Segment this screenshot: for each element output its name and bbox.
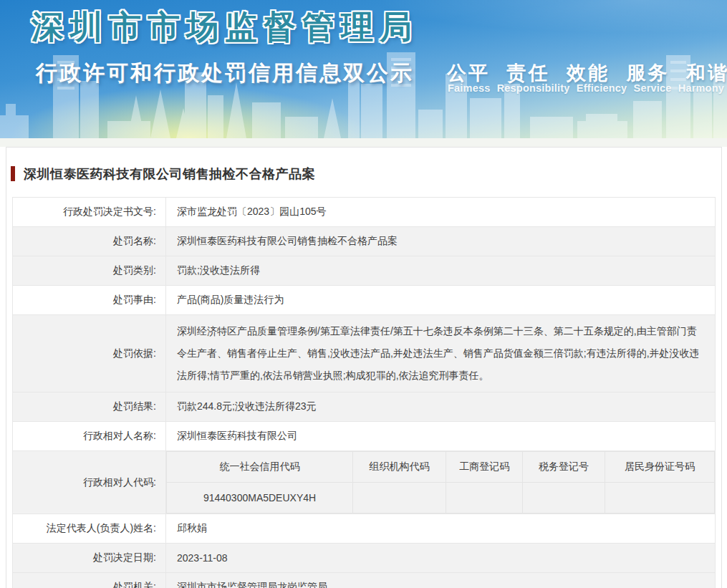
page-title: 深圳恒泰医药科技有限公司销售抽检不合格产品案 [24,165,315,183]
code-column-header: 税务登记号 [523,452,605,483]
field-value: 深圳市市场监督管理局龙岗监管局 [166,573,716,588]
site-subtitle: 行政许可和行政处罚信用信息双公示 [36,59,414,88]
row-penalty-basis: 处罚依据: 深圳经济特区产品质量管理条例/第五章法律责任/第五十七条违反本条例第… [13,315,716,392]
field-label: 处罚结果: [13,392,166,422]
field-value: 邱秋娟 [166,514,716,544]
case-header: 深圳恒泰医药科技有限公司销售抽检不合格产品案 [6,148,721,197]
field-label: 处罚机关: [13,573,166,588]
code-value [605,483,714,514]
code-column-header: 居民身份证号码 [605,452,714,483]
row-penalty-category: 处罚类别: 罚款;没收违法所得 [13,256,716,286]
row-penalty-result: 处罚结果: 罚款244.8元;没收违法所得23元 [13,392,716,422]
field-value: 深圳恒泰医药科技有限公司销售抽检不合格产品案 [166,227,716,256]
field-label: 行政相对人代码: [13,451,166,514]
site-banner: 深圳市市场监督管理局 行政许可和行政处罚信用信息双公示 公平 责任 效能 服务 … [0,0,727,138]
code-column-header: 统一社会信用代码 [167,452,353,483]
row-legal-representative: 法定代表人(负责人)姓名: 邱秋娟 [13,514,716,544]
field-label: 行政相对人名称: [13,422,166,451]
banner-bottom-strip [0,138,727,147]
field-label: 处罚决定日期: [13,544,166,573]
codes-value-row: 91440300MA5DEUXY4H [167,483,715,514]
code-value [523,483,605,514]
code-column-header: 组织机构代码 [353,452,446,483]
field-label: 处罚事由: [13,286,166,315]
party-codes-cell: 统一社会信用代码 组织机构代码 工商登记码 税务登记号 居民身份证号码 9144… [166,451,716,514]
codes-header-row: 统一社会信用代码 组织机构代码 工商登记码 税务登记号 居民身份证号码 [167,452,715,483]
row-decision-number: 行政处罚决定书文号: 深市监龙处罚〔2023〕园山105号 [13,198,716,227]
title-accent-bar [11,166,15,181]
row-penalty-reason: 处罚事由: 产品(商品)质量违法行为 [13,286,716,315]
content-card: 深圳恒泰医药科技有限公司销售抽检不合格产品案 行政处罚决定书文号: 深市监龙处罚… [6,147,722,588]
field-value: 罚款244.8元;没收违法所得23元 [166,392,716,422]
field-value: 2023-11-08 [166,544,716,573]
row-penalty-authority: 处罚机关: 深圳市市场监督管理局龙岗监管局 [13,573,716,588]
code-value [353,483,446,514]
field-label: 处罚依据: [13,315,166,392]
field-value: 罚款;没收违法所得 [166,256,716,286]
code-value [446,483,523,514]
row-party-codes: 行政相对人代码: 统一社会信用代码 组织机构代码 工商登记码 税务登记号 居民身… [13,451,716,514]
field-label: 处罚名称: [13,227,166,256]
code-value: 91440300MA5DEUXY4H [167,483,353,514]
field-value: 深市监龙处罚〔2023〕园山105号 [166,198,716,227]
field-label: 处罚类别: [13,256,166,286]
row-party-name: 行政相对人名称: 深圳恒泰医药科技有限公司 [13,422,716,451]
slogan-english: Faimess Responsibility Efficiency Servic… [448,82,724,94]
penalty-info-table: 行政处罚决定书文号: 深市监龙处罚〔2023〕园山105号 处罚名称: 深圳恒泰… [12,197,716,588]
code-column-header: 工商登记码 [446,452,523,483]
field-value: 深圳经济特区产品质量管理条例/第五章法律责任/第五十七条违反本条例第二十三条、第… [166,315,716,392]
party-codes-table: 统一社会信用代码 组织机构代码 工商登记码 税务登记号 居民身份证号码 9144… [166,451,715,514]
field-label: 行政处罚决定书文号: [13,198,166,227]
field-value: 深圳恒泰医药科技有限公司 [166,422,716,451]
field-label: 法定代表人(负责人)姓名: [13,514,166,544]
field-value: 产品(商品)质量违法行为 [166,286,716,315]
site-title: 深圳市市场监督管理局 [32,6,418,49]
row-penalty-name: 处罚名称: 深圳恒泰医药科技有限公司销售抽检不合格产品案 [13,227,716,256]
row-decision-date: 处罚决定日期: 2023-11-08 [13,544,716,573]
